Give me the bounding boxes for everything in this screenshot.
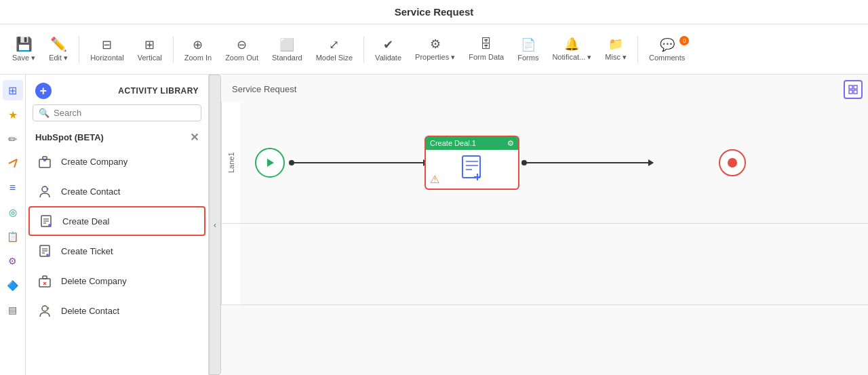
add-activity-button[interactable]: + xyxy=(35,83,52,99)
validate-icon: ✔ xyxy=(383,37,393,52)
task-node-gear-icon[interactable]: ⚙ xyxy=(507,139,514,148)
save-label: Save ▾ xyxy=(12,54,35,62)
search-icon: 🔍 xyxy=(39,108,50,118)
task-node-create-deal[interactable]: Create Deal.1 ⚙ ⚠ xyxy=(425,136,519,190)
forms-label: Forms xyxy=(517,54,538,62)
arrow-2 xyxy=(524,162,653,163)
forms-icon: 📄 xyxy=(521,37,536,52)
standard-icon: ⬜ xyxy=(279,37,294,52)
svg-rect-26 xyxy=(849,85,852,89)
vertical-icon: ⊞ xyxy=(144,37,155,52)
fullscreen-button[interactable] xyxy=(844,80,863,99)
task-node-warning-icon: ⚠ xyxy=(430,173,439,186)
forms-button[interactable]: 📄 Forms xyxy=(512,35,544,64)
activity-panel: + ACTIVITY LIBRARY 🔍 HubSpot (BETA) ✕ xyxy=(26,75,209,375)
library-item-create-deal[interactable]: Create Deal xyxy=(28,206,205,236)
edit-button[interactable]: ✏️ Edit ▾ xyxy=(43,33,73,65)
search-input[interactable] xyxy=(54,108,195,118)
horizontal-button[interactable]: ⊟ Horizontal xyxy=(85,35,130,64)
library-item-create-company[interactable]: Create Company xyxy=(26,146,208,176)
task-node-icon xyxy=(458,155,486,183)
notifications-label: Notificat... ▾ xyxy=(552,53,591,62)
svg-rect-1 xyxy=(43,157,47,159)
comments-label: Comments xyxy=(649,54,685,62)
misc-button[interactable]: 📁 Misc ▾ xyxy=(599,34,632,64)
close-hubspot-button[interactable]: ✕ xyxy=(190,131,199,144)
create-deal-label: Create Deal xyxy=(62,216,109,226)
rail-icon-settings[interactable]: ⚙ xyxy=(3,251,23,271)
svg-rect-29 xyxy=(854,90,857,94)
vertical-button[interactable]: ⊞ Vertical xyxy=(132,35,167,64)
search-box: 🔍 xyxy=(33,104,201,121)
validate-button[interactable]: ✔ Validate xyxy=(370,35,407,64)
divider-1 xyxy=(79,36,79,63)
standard-button[interactable]: ⬜ Standard xyxy=(267,35,308,64)
library-item-delete-company[interactable]: Delete Company xyxy=(26,266,208,296)
rail-icon-circle[interactable]: ◎ xyxy=(3,202,23,222)
zoom-in-icon: ⊕ xyxy=(193,37,203,52)
start-node[interactable] xyxy=(255,148,285,178)
model-size-icon: ⤢ xyxy=(329,37,339,52)
properties-icon: ⚙ xyxy=(430,37,441,52)
main-layout: ⊞ ★ ✏ ≡ ◎ 📋 ⚙ 🔷 ▤ + ACTIVITY LIBRARY 🔍 H… xyxy=(0,75,868,375)
svg-rect-27 xyxy=(854,85,857,89)
misc-icon: 📁 xyxy=(608,37,623,52)
title-bar: Service Request xyxy=(0,0,868,24)
rail-icon-info[interactable]: 🔷 xyxy=(3,275,23,296)
task-node-label: Create Deal.1 xyxy=(430,139,476,147)
create-ticket-label: Create Ticket xyxy=(61,246,113,256)
divider-3 xyxy=(363,36,364,63)
icon-rail: ⊞ ★ ✏ ≡ ◎ 📋 ⚙ 🔷 ▤ xyxy=(0,75,26,375)
rail-icon-edit[interactable]: ✏ xyxy=(3,129,23,149)
rail-icon-doc[interactable]: 📋 xyxy=(3,226,23,247)
form-data-button[interactable]: 🗄 Form Data xyxy=(463,35,509,64)
standard-label: Standard xyxy=(272,54,302,62)
library-list: Create Company Create Contact xyxy=(26,146,208,375)
canvas-label: Service Request xyxy=(232,84,296,94)
create-company-icon xyxy=(35,152,54,171)
comments-icon: 💬 xyxy=(660,37,675,52)
toolbar: 💾 Save ▾ ✏️ Edit ▾ ⊟ Horizontal ⊞ Vertic… xyxy=(0,24,868,75)
delete-company-icon xyxy=(35,271,54,290)
zoom-in-button[interactable]: ⊕ Zoom In xyxy=(179,35,217,64)
form-data-label: Form Data xyxy=(469,53,504,61)
collapse-panel-button[interactable]: ‹ xyxy=(209,75,221,375)
arrow-1 xyxy=(292,162,428,163)
model-size-button[interactable]: ⤢ Model Size xyxy=(311,35,358,64)
hubspot-title: HubSpot (BETA) xyxy=(35,132,104,142)
misc-label: Misc ▾ xyxy=(605,53,627,62)
save-icon: 💾 xyxy=(16,36,33,52)
model-size-label: Model Size xyxy=(316,54,353,62)
lane-2 xyxy=(221,224,868,305)
arrow-2-dot xyxy=(521,160,527,165)
rail-icon-star[interactable]: ★ xyxy=(3,104,23,125)
notifications-button[interactable]: 🔔 Notificat... ▾ xyxy=(547,34,597,64)
rail-icon-grid[interactable]: ⊞ xyxy=(3,80,23,100)
svg-marker-30 xyxy=(267,159,274,167)
comments-button-wrap[interactable]: 💬 Comments 0 xyxy=(644,35,690,64)
zoom-in-label: Zoom In xyxy=(184,54,212,62)
delete-contact-label: Delete Contact xyxy=(61,306,119,316)
rail-icon-workflow[interactable] xyxy=(3,153,23,174)
edit-icon: ✏️ xyxy=(50,36,67,52)
save-button[interactable]: 💾 Save ▾ xyxy=(7,33,41,65)
comments-badge: 0 xyxy=(679,36,689,45)
library-item-create-ticket[interactable]: Create Ticket xyxy=(26,236,208,266)
properties-label: Properties ▾ xyxy=(415,53,455,62)
delete-company-label: Delete Company xyxy=(61,276,127,286)
lane-1-label: Lane1 xyxy=(221,102,240,223)
divider-4 xyxy=(637,36,638,63)
zoom-out-label: Zoom Out xyxy=(225,54,258,62)
zoom-out-button[interactable]: ⊖ Zoom Out xyxy=(220,35,264,64)
rail-icon-barcode[interactable]: ▤ xyxy=(3,300,23,320)
library-item-create-contact[interactable]: Create Contact xyxy=(26,176,208,206)
rail-icon-list[interactable]: ≡ xyxy=(3,178,23,198)
end-node[interactable] xyxy=(719,149,746,176)
page-title: Service Request xyxy=(395,6,474,18)
properties-button[interactable]: ⚙ Properties ▾ xyxy=(410,34,460,64)
arrow-2-head xyxy=(648,159,654,166)
create-contact-label: Create Contact xyxy=(61,186,120,197)
form-data-icon: 🗄 xyxy=(480,37,492,52)
library-item-delete-contact[interactable]: Delete Contact xyxy=(26,296,208,325)
hubspot-header: HubSpot (BETA) ✕ xyxy=(26,127,208,146)
